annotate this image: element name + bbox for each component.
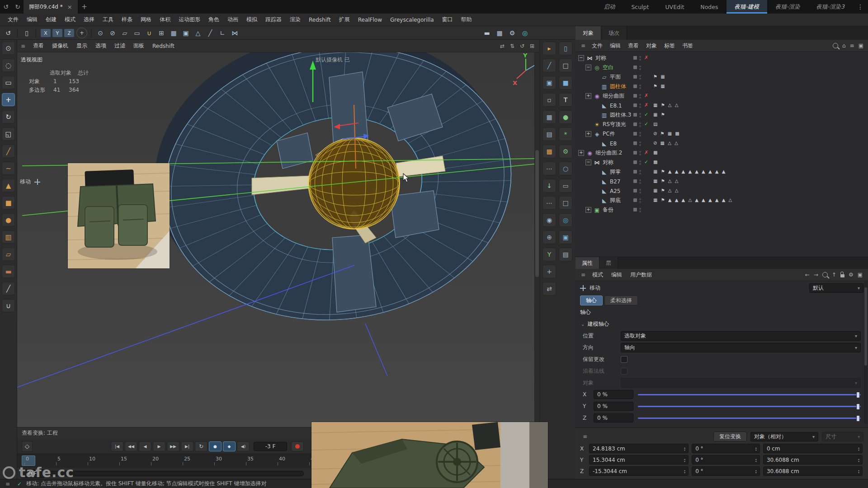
- dashed-region-icon[interactable]: ▫: [542, 93, 556, 107]
- spline-pen-icon[interactable]: ╱: [542, 59, 556, 72]
- axis-slider[interactable]: [638, 403, 861, 409]
- menu-item[interactable]: 选择: [80, 14, 99, 25]
- object-tags[interactable]: ▦ ⚑ ▲ ▲ ▲ △ ▲ ▲ ▲ ▲ ▲ △: [653, 197, 733, 202]
- object-tree-row[interactable]: + ▣ 备份: [576, 205, 868, 215]
- object-manager-tab[interactable]: 对象: [576, 26, 601, 40]
- stepper-icon[interactable]: [857, 446, 861, 451]
- position-field[interactable]: 24.8183 cm: [589, 444, 689, 453]
- expand-toggle[interactable]: +: [578, 150, 584, 156]
- object-name[interactable]: PC件: [603, 130, 615, 138]
- plane-primitive-icon[interactable]: ▱: [2, 248, 15, 261]
- menu-item[interactable]: 渲染: [286, 14, 305, 25]
- live-selection-icon[interactable]: ◌: [2, 59, 15, 72]
- export-down-icon[interactable]: ↓: [542, 179, 556, 192]
- visibility-dots[interactable]: [633, 132, 637, 136]
- menu-item[interactable]: 创建: [42, 14, 61, 25]
- expand-toggle[interactable]: +: [585, 93, 591, 99]
- object-name[interactable]: 圆柱体: [610, 83, 626, 90]
- object-tags[interactable]: ▦ ⚑: [653, 112, 666, 117]
- expand-toggle[interactable]: +: [585, 207, 591, 213]
- mograph-icon[interactable]: *: [559, 127, 572, 141]
- axis-lock-icon[interactable]: ⊘: [107, 28, 118, 38]
- workplane-icon[interactable]: ▱: [119, 28, 130, 38]
- axis-y-lock-button[interactable]: Y: [52, 28, 63, 38]
- loop-button[interactable]: ↻: [195, 441, 208, 451]
- menu-item[interactable]: RealFlow: [354, 15, 386, 25]
- menu-item[interactable]: 扩展: [335, 14, 354, 25]
- text-tool-icon[interactable]: T: [559, 93, 572, 107]
- viewport-burger-icon[interactable]: ≡: [17, 43, 29, 49]
- snap-magnet-icon[interactable]: ∪: [144, 28, 155, 38]
- attribute-menu-item[interactable]: 用户数据: [626, 269, 656, 281]
- attribute-menu-item[interactable]: 模式: [588, 269, 607, 281]
- gear-icon[interactable]: ⚙: [559, 145, 572, 158]
- menu-item[interactable]: 模式: [61, 14, 80, 25]
- attribute-burger-icon[interactable]: ≡: [578, 272, 588, 278]
- overflow-menu-icon[interactable]: ⋮: [853, 3, 868, 10]
- layout-tab[interactable]: UVEdit: [657, 0, 692, 14]
- enable-state-icon[interactable]: ✓: [644, 112, 648, 117]
- brush-tool-icon[interactable]: ▬: [2, 265, 15, 278]
- dots-menu-icon[interactable]: ⋯: [542, 162, 556, 175]
- menu-item[interactable]: 运动图形: [175, 14, 204, 25]
- liquid-icon[interactable]: ○: [559, 162, 572, 175]
- menu-item[interactable]: Redshift: [305, 15, 335, 25]
- object-manager-menu-item[interactable]: 书签: [679, 41, 697, 51]
- visibility-dots[interactable]: [633, 141, 637, 145]
- menu-item[interactable]: 网格: [137, 14, 156, 25]
- sphere-icon[interactable]: ●: [559, 110, 572, 124]
- object-name[interactable]: 细分曲面.2: [595, 149, 622, 157]
- home-icon[interactable]: ⌂: [842, 42, 846, 49]
- cylinder-primitive-icon[interactable]: ▥: [2, 230, 15, 244]
- rectangle-selection-icon[interactable]: ▭: [2, 76, 15, 89]
- prev-frame-button[interactable]: ◀: [139, 441, 151, 451]
- visibility-dots[interactable]: [633, 113, 637, 117]
- measure-icon[interactable]: ∟: [217, 28, 228, 38]
- visibility-dots[interactable]: [633, 122, 637, 126]
- preset-dropdown[interactable]: 默认: [809, 283, 863, 293]
- object-tree-row[interactable]: ◣ 脚底 ▦ ⚑ ▲ ▲ ▲ △ ▲ ▲ ▲ ▲ ▲ △: [576, 196, 868, 205]
- quantize-icon[interactable]: ⊞: [156, 28, 167, 38]
- enable-state-icon[interactable]: ✓: [644, 159, 648, 165]
- visibility-dots[interactable]: [633, 179, 637, 183]
- axis-x-lock-button[interactable]: X: [40, 28, 51, 38]
- object-tree-row[interactable]: ◣ B27 ▦ ⚑ △ △: [576, 177, 868, 186]
- position-dropdown[interactable]: 选取对象: [621, 331, 861, 341]
- menu-item[interactable]: 窗口: [438, 14, 457, 25]
- redo-icon[interactable]: ↻: [12, 3, 24, 10]
- coordinates-burger-icon[interactable]: ≡: [580, 433, 590, 440]
- reference-image[interactable]: [68, 163, 170, 268]
- stepper-icon[interactable]: [857, 458, 861, 462]
- object-name[interactable]: 圆柱体.3: [610, 111, 631, 119]
- nav-back-icon[interactable]: ←: [805, 272, 810, 278]
- object-tree-row[interactable]: + ◉ 细分曲面 ✗: [576, 91, 868, 101]
- panel-icon[interactable]: ▣: [859, 42, 863, 49]
- goto-start-button[interactable]: |◀: [111, 441, 123, 451]
- expand-toggle[interactable]: −: [578, 55, 584, 61]
- color-grid-icon[interactable]: ▩: [542, 145, 556, 158]
- object-name[interactable]: 备份: [603, 206, 613, 214]
- view-label[interactable]: 透视视图: [21, 56, 42, 64]
- modeling-axis-icon[interactable]: ⊙: [95, 28, 106, 38]
- object-tags[interactable]: ⊘ ▦ △ △: [653, 141, 679, 145]
- stepper-icon[interactable]: [754, 458, 758, 462]
- object-tags[interactable]: ▦ ⚑ △ △: [653, 178, 679, 183]
- object-manager-burger-icon[interactable]: ≡: [578, 42, 588, 49]
- visibility-dots[interactable]: [633, 94, 637, 98]
- magnet-tool-icon[interactable]: ∪: [2, 299, 15, 312]
- object-tags[interactable]: ▦ ⚑ △ △: [653, 188, 679, 193]
- menu-item[interactable]: 体积: [156, 14, 175, 25]
- object-tree-row[interactable]: ▥ 圆柱体.3 ✓ ▦ ⚑: [576, 110, 868, 120]
- globe-icon[interactable]: ◎: [559, 213, 572, 227]
- object-tags[interactable]: ⚑ ▦: [653, 84, 666, 89]
- keep-changes-checkbox[interactable]: [621, 356, 627, 363]
- view-transform-label[interactable]: 查看变换: 工程: [22, 429, 58, 437]
- axis-value-field[interactable]: 0 %: [594, 413, 633, 422]
- object-name[interactable]: 脚掌: [610, 168, 621, 176]
- new-tab-icon[interactable]: +: [78, 3, 91, 11]
- attribute-subtab[interactable]: 轴心: [580, 296, 603, 305]
- sphere-primitive-icon[interactable]: ●: [2, 213, 15, 226]
- layout-tab[interactable]: 夜猫-渲染3: [808, 0, 853, 14]
- layout-tab[interactable]: Nodes: [692, 0, 726, 14]
- size-field[interactable]: 0 cm: [763, 444, 863, 453]
